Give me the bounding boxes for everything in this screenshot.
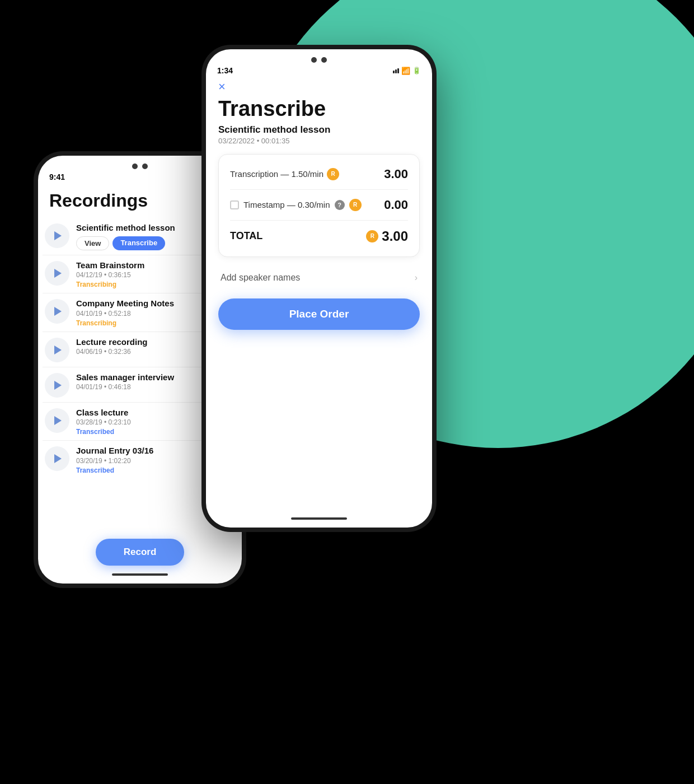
coin-icon-total: R bbox=[366, 230, 378, 242]
play-icon-5 bbox=[54, 416, 62, 425]
transcription-text: Transcription — 1.50/min bbox=[230, 169, 323, 179]
transcribe-recording-name: Scientific method lesson bbox=[218, 124, 420, 136]
home-indicator-front bbox=[291, 517, 347, 520]
pricing-divider bbox=[230, 189, 408, 190]
chevron-right-icon: › bbox=[415, 273, 418, 283]
play-icon-4 bbox=[54, 381, 62, 390]
transcription-label: Transcription — 1.50/min R bbox=[230, 168, 339, 180]
play-button-5[interactable] bbox=[45, 408, 69, 433]
recordings-title: Recordings bbox=[49, 190, 148, 211]
play-button-0[interactable] bbox=[45, 223, 69, 248]
play-icon-0 bbox=[54, 231, 62, 240]
total-label: TOTAL bbox=[230, 230, 262, 242]
play-icon-1 bbox=[54, 269, 62, 278]
speaker-names-label: Add speaker names bbox=[221, 273, 300, 283]
signal-bar-f2 bbox=[395, 69, 397, 73]
signal-bars-front bbox=[393, 68, 399, 73]
play-button-1[interactable] bbox=[45, 261, 69, 286]
front-phone: 1:34 📶 🔋 × Transcribe Scientific method … bbox=[201, 45, 437, 532]
play-button-4[interactable] bbox=[45, 373, 69, 398]
total-amount: 3.00 bbox=[382, 228, 408, 244]
transcribe-title: Transcribe bbox=[218, 97, 420, 121]
status-bar-front: 1:34 📶 🔋 bbox=[206, 66, 432, 80]
transcription-value: 3.00 bbox=[384, 167, 408, 181]
speaker-names-row[interactable]: Add speaker names › bbox=[218, 266, 420, 290]
wifi-icon: 📶 bbox=[401, 67, 410, 75]
camera-dot-front-left bbox=[311, 57, 317, 63]
record-button-area: Record bbox=[38, 539, 242, 566]
timestamp-label-group: Timestamp — 0.30/min ? R bbox=[230, 199, 362, 211]
timestamp-checkbox[interactable] bbox=[230, 200, 239, 209]
camera-dot-left bbox=[132, 164, 138, 169]
home-indicator-back bbox=[112, 573, 168, 576]
transcribe-content: × Transcribe Scientific method lesson 03… bbox=[206, 80, 432, 330]
pricing-card: Transcription — 1.50/min R 3.00 Timestam… bbox=[218, 154, 420, 257]
total-value-group: R 3.00 bbox=[366, 228, 408, 244]
coin-icon-timestamp: R bbox=[349, 199, 362, 211]
pricing-divider-2 bbox=[230, 220, 408, 221]
play-button-3[interactable] bbox=[45, 338, 69, 362]
transcription-row: Transcription — 1.50/min R 3.00 bbox=[230, 164, 408, 185]
coin-icon-transcription: R bbox=[327, 168, 339, 180]
timestamp-row: Timestamp — 0.30/min ? R 0.00 bbox=[230, 194, 408, 216]
status-time-front: 1:34 bbox=[217, 66, 233, 75]
view-button-0[interactable]: View bbox=[76, 236, 109, 250]
camera-notch-front bbox=[206, 49, 432, 66]
play-icon-3 bbox=[54, 346, 62, 354]
record-button[interactable]: Record bbox=[96, 539, 185, 566]
battery-icon: 🔋 bbox=[412, 67, 421, 74]
close-button[interactable]: × bbox=[218, 80, 226, 94]
help-icon[interactable]: ? bbox=[335, 200, 345, 210]
front-phone-screen: 1:34 📶 🔋 × Transcribe Scientific method … bbox=[206, 49, 432, 528]
camera-dot-front-right bbox=[321, 57, 327, 63]
timestamp-text: Timestamp — 0.30/min bbox=[243, 200, 330, 209]
transcribe-recording-date: 03/22/2022 • 00:01:35 bbox=[218, 137, 420, 145]
status-icons-front: 📶 🔋 bbox=[393, 67, 421, 75]
play-icon-6 bbox=[54, 454, 62, 463]
play-button-2[interactable] bbox=[45, 299, 69, 324]
play-icon-2 bbox=[54, 307, 62, 316]
timestamp-value: 0.00 bbox=[384, 198, 408, 212]
signal-bar-f3 bbox=[397, 68, 399, 73]
place-order-button[interactable]: Place Order bbox=[218, 298, 420, 330]
transcribe-button-0[interactable]: Transcribe bbox=[112, 236, 165, 250]
total-row: TOTAL R 3.00 bbox=[230, 225, 408, 248]
play-button-6[interactable] bbox=[45, 446, 69, 471]
camera-dot-right bbox=[142, 164, 148, 169]
status-time-back: 9:41 bbox=[49, 172, 65, 181]
signal-bar-f1 bbox=[393, 71, 395, 73]
